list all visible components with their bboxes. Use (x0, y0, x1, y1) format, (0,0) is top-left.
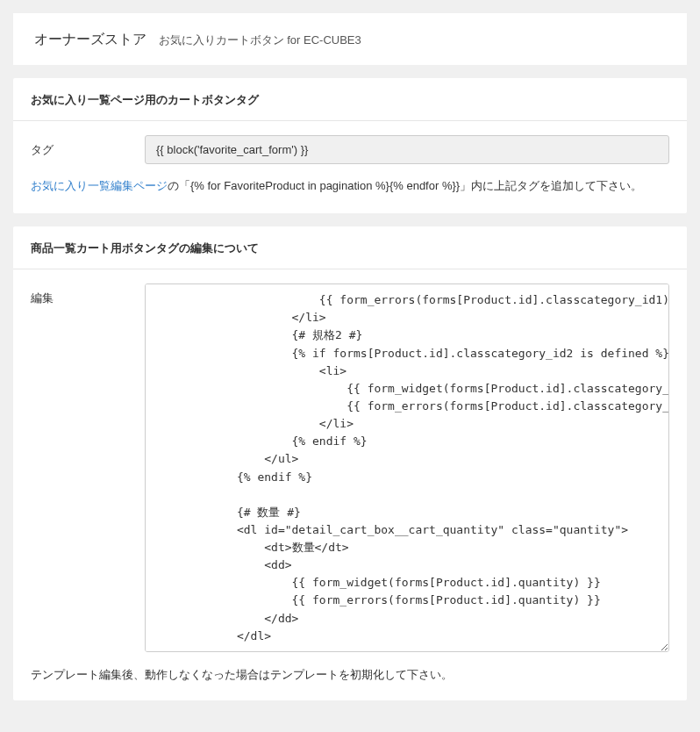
page-subtitle: お気に入りカートボタン for EC-CUBE3 (159, 33, 361, 47)
panel-edit-template: 商品一覧カート用ボタンタグの編集について 編集 テンプレート編集後、動作しなくな… (13, 226, 687, 700)
tag-control-wrap (145, 135, 669, 164)
form-row-tag: タグ (31, 135, 669, 164)
edit-label: 編集 (31, 283, 145, 306)
template-note: テンプレート編集後、動作しなくなった場合はテンプレートを初期化して下さい。 (31, 667, 669, 683)
template-code-textarea[interactable] (145, 283, 669, 652)
help-text-after: の「{% for FavoriteProduct in pagination %… (168, 179, 642, 192)
page-title: オーナーズストア (34, 32, 146, 47)
edit-control-wrap (145, 283, 669, 655)
panel-body-favorite: タグ お気に入り一覧編集ページの「{% for FavoriteProduct … (13, 121, 687, 213)
panel-favorite-tag: お気に入り一覧ページ用のカートボタンタグ タグ お気に入り一覧編集ページの「{%… (13, 78, 687, 213)
tag-label: タグ (31, 135, 145, 158)
tag-input[interactable] (145, 135, 669, 164)
page-header: オーナーズストア お気に入りカートボタン for EC-CUBE3 (13, 13, 687, 65)
help-text: お気に入り一覧編集ページの「{% for FavoriteProduct in … (31, 176, 669, 196)
panel-body-edit: 編集 テンプレート編集後、動作しなくなった場合はテンプレートを初期化して下さい。 (13, 269, 687, 700)
panel-heading-favorite: お気に入り一覧ページ用のカートボタンタグ (13, 78, 687, 121)
panel-heading-edit: 商品一覧カート用ボタンタグの編集について (13, 226, 687, 269)
form-row-edit: 編集 (31, 283, 669, 655)
favorite-edit-page-link[interactable]: お気に入り一覧編集ページ (31, 179, 168, 192)
